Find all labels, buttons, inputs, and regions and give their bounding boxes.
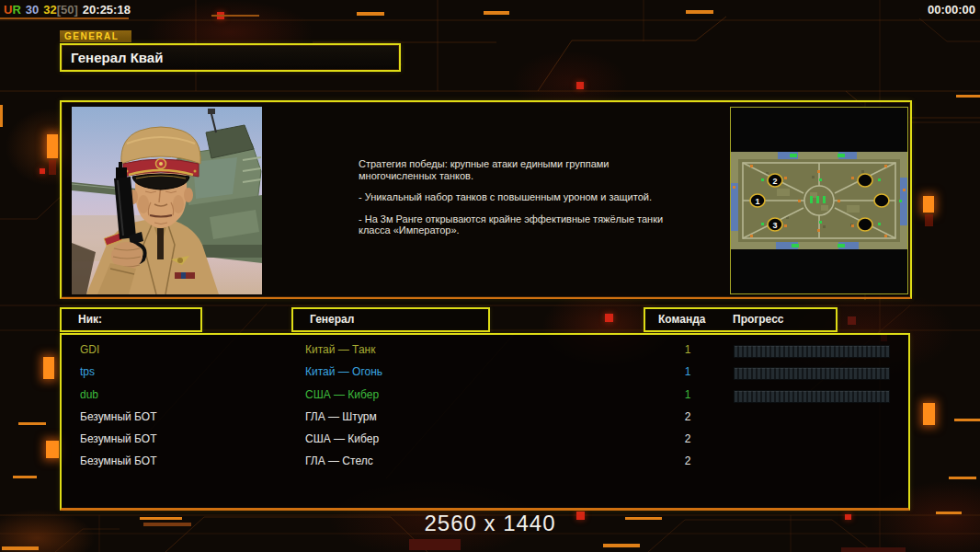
net-rate-label: R bbox=[12, 3, 20, 17]
player-rows: GDI Китай — Танк 1 tps Китай — Огонь 1 d… bbox=[62, 339, 908, 473]
player-row: GDI Китай — Танк 1 bbox=[62, 339, 908, 361]
deco-dash bbox=[357, 12, 384, 16]
map-resolution-label: 2560 x 1440 bbox=[0, 511, 980, 536]
spawn-point-1: 1 bbox=[755, 197, 759, 206]
player-team: 1 bbox=[676, 365, 700, 378]
player-row: dub США — Кибер 1 bbox=[62, 384, 908, 406]
player-nick: Безумный БОТ bbox=[80, 432, 156, 445]
player-row: Безумный БОТ ГЛА — Штурм 2 bbox=[62, 406, 908, 428]
general-tab-label: GENERAL bbox=[60, 30, 131, 42]
deco-dash bbox=[0, 105, 3, 127]
player-nick: dub bbox=[80, 388, 98, 401]
player-team: 2 bbox=[676, 410, 700, 423]
net-value-max: [50] bbox=[57, 3, 78, 17]
player-general: США — Кибер bbox=[305, 432, 379, 445]
general-name: Генерал Квай bbox=[71, 45, 399, 70]
map-preview-box: 2 1 3 bbox=[730, 107, 908, 294]
deco-square bbox=[605, 314, 613, 322]
strategy-description: Стратегия победы: крупные атаки едиными … bbox=[359, 158, 676, 247]
deco-block bbox=[409, 539, 461, 550]
strategy-line-2: - Уникальный набор танков с повышенным у… bbox=[359, 191, 676, 203]
network-status: UR3032[50]20:25:18 bbox=[4, 3, 131, 17]
deco-square bbox=[923, 403, 935, 425]
deco-dash bbox=[949, 477, 976, 479]
deco-dash bbox=[13, 476, 37, 478]
player-nick: GDI bbox=[80, 343, 99, 356]
player-general: США — Кибер bbox=[305, 388, 379, 401]
deco-square bbox=[848, 316, 856, 325]
deco-line bbox=[211, 15, 259, 17]
deco-block bbox=[841, 547, 906, 552]
general-portrait-image bbox=[72, 107, 262, 294]
net-value-1: 30 bbox=[26, 3, 39, 17]
player-general: Китай — Танк bbox=[305, 343, 375, 356]
player-team: 2 bbox=[676, 432, 700, 445]
column-header-nick: Ник: bbox=[60, 307, 202, 332]
strategy-line-1: Стратегия победы: крупные атаки едиными … bbox=[359, 158, 676, 181]
player-general: ГЛА — Штурм bbox=[305, 410, 377, 423]
player-nick: tps bbox=[80, 365, 95, 378]
net-upload-label: U bbox=[4, 3, 12, 17]
deco-trail bbox=[925, 214, 933, 226]
player-row: Безумный БОТ ГЛА — Стелс 2 bbox=[62, 450, 908, 472]
deco-square bbox=[46, 441, 59, 458]
clock: 20:25:18 bbox=[83, 3, 131, 17]
deco-dash bbox=[954, 419, 980, 421]
deco-square bbox=[923, 196, 934, 213]
player-row: tps Китай — Огонь 1 bbox=[62, 361, 908, 383]
progress-header-label: Прогресс bbox=[733, 309, 783, 330]
player-row: Безумный БОТ США — Кибер 2 bbox=[62, 428, 908, 450]
general-portrait bbox=[72, 107, 262, 294]
minimap-image: 2 1 3 bbox=[731, 152, 907, 249]
deco-dash bbox=[484, 11, 509, 15]
player-team: 2 bbox=[676, 454, 700, 467]
player-nick: Безумный БОТ bbox=[80, 454, 156, 467]
nick-header-label: Ник: bbox=[78, 313, 102, 326]
loading-progress-bar bbox=[734, 345, 890, 358]
player-general: ГЛА — Стелс bbox=[305, 454, 373, 467]
strategy-line-3: - На 3м Ранге открываются крайне эффекти… bbox=[359, 213, 676, 236]
player-team: 1 bbox=[676, 388, 700, 401]
loading-progress-bar bbox=[734, 390, 890, 403]
deco-dash bbox=[956, 95, 980, 98]
deco-dash bbox=[603, 544, 640, 547]
spawn-point-3: 3 bbox=[772, 221, 777, 230]
player-roster: GDI Китай — Танк 1 tps Китай — Огонь 1 d… bbox=[60, 333, 910, 511]
match-timer: 00:00:00 bbox=[928, 3, 975, 17]
player-team: 1 bbox=[676, 343, 700, 356]
team-header-label: Команда bbox=[658, 313, 705, 326]
deco-line bbox=[0, 17, 129, 19]
deco-dash bbox=[686, 10, 713, 14]
column-header-team-progress: Команда Прогресс bbox=[644, 307, 838, 332]
general-header-label: Генерал bbox=[310, 313, 354, 326]
deco-dash bbox=[18, 422, 46, 425]
deco-square bbox=[47, 134, 58, 158]
spawn-point-2: 2 bbox=[772, 177, 777, 186]
deco-square bbox=[43, 357, 54, 379]
loading-screen: UR3032[50]20:25:18 00:00:00 GENERAL Гене… bbox=[0, 0, 980, 552]
deco-square bbox=[40, 168, 45, 174]
column-header-general: Генерал bbox=[291, 307, 490, 332]
player-nick: Безумный БОТ bbox=[80, 410, 156, 423]
general-title-box: Генерал Квай bbox=[60, 43, 401, 72]
player-general: Китай — Огонь bbox=[305, 365, 382, 378]
net-value-2: 32 bbox=[43, 3, 56, 17]
deco-trail bbox=[49, 160, 56, 175]
deco-dash bbox=[2, 546, 39, 550]
loading-progress-bar bbox=[734, 367, 890, 380]
deco-square bbox=[576, 82, 584, 89]
